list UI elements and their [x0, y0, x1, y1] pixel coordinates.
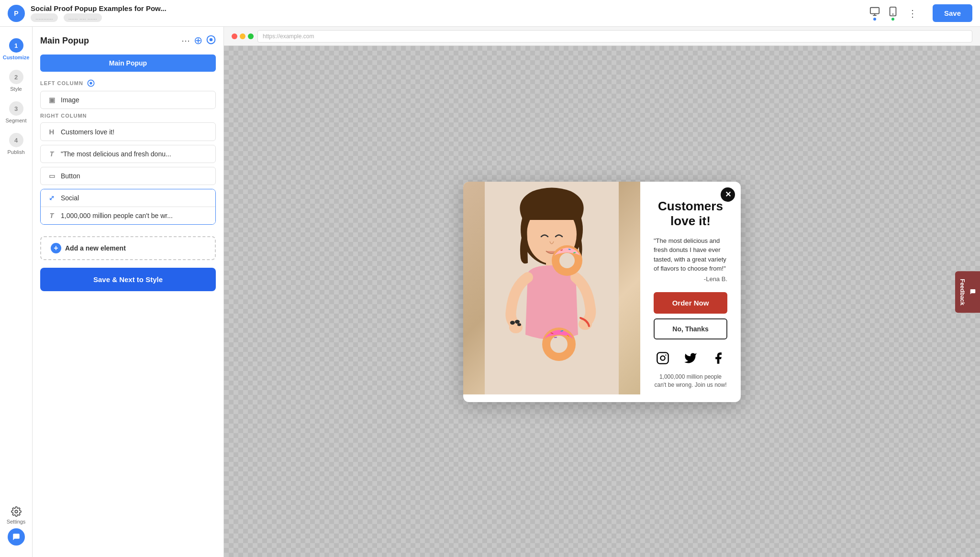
text-icon: T — [47, 150, 56, 158]
top-bar: P Social Proof Popup Examples for Pow...… — [0, 0, 980, 27]
social-icon: ⤢ — [47, 194, 56, 202]
save-button[interactable]: Save — [933, 4, 972, 22]
add-plus-icon: + — [51, 243, 61, 253]
app-logo: P — [8, 5, 25, 22]
popup-close-button[interactable]: ✕ — [721, 187, 735, 202]
popup-preview: ✕ Customers love it! "The most delicious… — [463, 182, 741, 403]
add-element-button[interactable]: + Add a new element — [40, 236, 216, 260]
instagram-icon[interactable] — [654, 349, 672, 367]
text-label: "The most delicious and fresh donu... — [61, 150, 171, 158]
button-element-row[interactable]: ▭ Button — [40, 167, 216, 185]
button-label: Button — [61, 172, 80, 180]
popup-order-button[interactable]: Order Now — [654, 292, 727, 314]
url-bar[interactable]: https://example.com — [257, 30, 972, 43]
heading-label: Customers love it! — [61, 128, 114, 136]
svg-point-17 — [559, 253, 575, 268]
save-next-button[interactable]: Save & Next to Style — [40, 268, 216, 291]
canvas-top-bar: https://example.com — [224, 27, 980, 46]
popup-author: -Lena B. — [654, 275, 727, 283]
panel-title: Main Popup — [40, 36, 89, 46]
main-popup-tab[interactable]: Main Popup — [40, 55, 216, 72]
image-icon: ▣ — [47, 96, 56, 104]
popup-no-thanks-button[interactable]: No, Thanks — [654, 318, 727, 339]
more-options-btn[interactable]: ⋮ — [906, 6, 919, 21]
panel-more-btn[interactable]: ⋯ — [181, 35, 190, 46]
step-label-segment: Segment — [5, 118, 26, 123]
settings-button[interactable]: Settings — [3, 502, 30, 528]
step-label-style: Style — [10, 86, 22, 92]
button-icon: ▭ — [47, 172, 56, 180]
svg-point-7 — [210, 38, 213, 41]
social-label: Social — [61, 194, 79, 202]
canvas-area: https://example.com — [224, 27, 980, 557]
sidebar-item-publish[interactable]: 4 Publish — [0, 129, 32, 159]
svg-point-27 — [510, 321, 515, 325]
svg-point-5 — [15, 510, 18, 513]
image-label: Image — [61, 96, 79, 104]
social-child-row[interactable]: T 1,000,000 million people can't be wr..… — [41, 207, 215, 224]
step-circle-2: 2 — [9, 70, 23, 84]
text-element-row[interactable]: T "The most delicious and fresh donu... — [40, 145, 216, 163]
add-element-label: Add a new element — [65, 244, 126, 252]
panel-add-btn[interactable]: ⊕ — [194, 34, 202, 47]
svg-rect-0 — [870, 7, 879, 13]
heading-element-row[interactable]: H Customers love it! — [40, 122, 216, 141]
settings-label: Settings — [7, 519, 26, 524]
left-column-label: LEFT COLUMN — [40, 79, 216, 87]
panel-settings-icon[interactable] — [206, 35, 216, 47]
popup-heading: Customers love it! — [654, 199, 727, 229]
popup-social-text: 1,000,000 million people can't be wrong.… — [654, 373, 727, 389]
step-circle-4: 4 — [9, 133, 23, 147]
panel-actions: ⋯ ⊕ — [181, 34, 216, 47]
editor-panel: Main Popup ⋯ ⊕ Main Popup LEFT COLUMN ▣ … — [33, 27, 224, 557]
device-switcher: ⋮ — [869, 6, 919, 21]
popup-quote: "The most delicious and fresh donuts I h… — [654, 236, 727, 273]
step-label-publish: Publish — [7, 149, 24, 155]
svg-point-32 — [665, 354, 666, 355]
steps-sidebar: 1 Customize 2 Style 3 Segment 4 Publish — [0, 27, 33, 557]
social-section-header[interactable]: ⤢ Social — [41, 189, 215, 207]
image-element-row[interactable]: ▣ Image — [40, 91, 216, 109]
svg-point-28 — [515, 320, 520, 324]
popup-social-icons — [654, 349, 727, 367]
social-section: ⤢ Social T 1,000,000 million people can'… — [40, 189, 216, 225]
mobile-device-btn[interactable] — [888, 6, 898, 21]
step-label-customize: Customize — [3, 55, 30, 60]
popup-image — [463, 182, 640, 394]
svg-point-9 — [89, 82, 92, 84]
svg-point-22 — [550, 336, 568, 353]
sidebar-item-segment[interactable]: 3 Segment — [0, 98, 32, 127]
twitter-icon[interactable] — [681, 349, 700, 367]
heading-icon: H — [47, 128, 56, 136]
page-title: Social Proof Popup Examples for Pow... — [31, 4, 864, 12]
panel-header: Main Popup ⋯ ⊕ — [40, 34, 216, 47]
main-layout: 1 Customize 2 Style 3 Segment 4 Publish — [0, 27, 980, 557]
feedback-label: Feedback — [959, 279, 966, 305]
svg-point-31 — [660, 356, 665, 360]
desktop-device-btn[interactable] — [869, 6, 880, 21]
feedback-tab[interactable]: Feedback — [955, 271, 980, 313]
sidebar-item-style[interactable]: 2 Style — [0, 66, 32, 96]
popup-right-panel: ✕ Customers love it! "The most delicious… — [640, 182, 741, 403]
social-text-label: 1,000,000 million people can't be wr... — [61, 212, 173, 219]
right-column-label: RIGHT COLUMN — [40, 113, 216, 119]
step-circle-1: 1 — [9, 38, 23, 53]
breadcrumb: ........... ...... .... ...... — [31, 13, 864, 22]
chat-button[interactable] — [8, 528, 25, 546]
sidebar-item-customize[interactable]: 1 Customize — [0, 34, 32, 64]
sidebar-bottom: Settings — [3, 502, 30, 549]
svg-rect-30 — [657, 352, 668, 363]
step-circle-3: 3 — [9, 101, 23, 116]
svg-point-29 — [517, 323, 521, 326]
facebook-icon[interactable] — [709, 349, 727, 367]
social-text-icon: T — [47, 212, 56, 219]
